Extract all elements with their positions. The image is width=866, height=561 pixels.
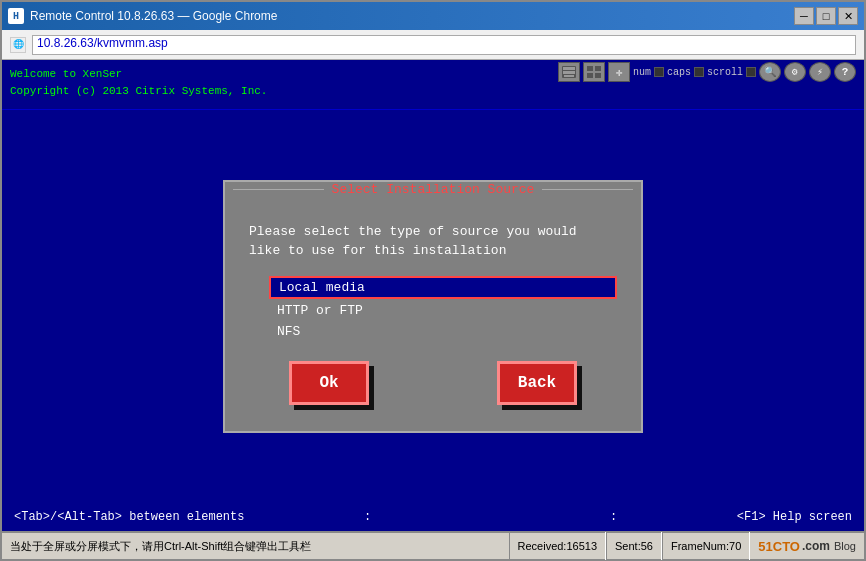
svg-rect-2 (563, 71, 575, 74)
dialog-title-row: Select Installation Source (225, 182, 641, 197)
logo-text: 51CTO (758, 539, 800, 554)
kvm-toolbar-icons: ✛ num caps scroll 🔍 ⚙ ⚡ (558, 62, 856, 82)
window-title: Remote Control 10.8.26.63 — Google Chrom… (30, 9, 788, 23)
sent-label: Sent: (615, 540, 641, 552)
hint-mid: : (244, 510, 490, 524)
title-bar: H Remote Control 10.8.26.63 — Google Chr… (2, 2, 864, 30)
received-value: 16513 (566, 540, 597, 552)
footer-logo: 51CTO .com Blog (750, 532, 864, 560)
welcome-line1: Welcome to XenSer (10, 66, 267, 83)
settings-icon[interactable]: ⚙ (784, 62, 806, 82)
back-button[interactable]: Back (497, 361, 577, 405)
window-controls: ─ □ ✕ (794, 7, 858, 25)
received-label: Received: (518, 540, 567, 552)
installation-options: Local media HTTP or FTP NFS (249, 276, 617, 341)
sep-line-left (233, 189, 324, 190)
option-http-ftp[interactable]: HTTP or FTP (269, 301, 617, 320)
scroll-label: scroll (707, 67, 743, 78)
footer-info-text: 当处于全屏或分屏模式下，请用Ctrl-Alt-Shift组合键弹出工具栏 (2, 539, 509, 554)
address-bar: 🌐 10.8.26.63/kvmvmm.asp (2, 30, 864, 60)
option-local-media[interactable]: Local media (269, 276, 617, 299)
dialog-desc-line1: Please select the type of source you wou… (249, 224, 577, 239)
scroll-led (746, 67, 756, 77)
frame-label: FrameNum: (671, 540, 729, 552)
caps-label: caps (667, 67, 691, 78)
num-label: num (633, 67, 651, 78)
hint-mid2: : (491, 510, 737, 524)
installation-dialog: Select Installation Source Please select… (223, 180, 643, 432)
logo-blog: Blog (834, 540, 856, 552)
close-button[interactable]: ✕ (838, 7, 858, 25)
dialog-desc-line2: like to use for this installation (249, 243, 506, 258)
received-cell: Received: 16513 (509, 532, 607, 560)
num-led (654, 67, 664, 77)
caps-led (694, 67, 704, 77)
kvm-area: Welcome to XenSer Copyright (c) 2013 Cit… (2, 60, 864, 531)
window-frame: H Remote Control 10.8.26.63 — Google Chr… (0, 0, 866, 561)
welcome-line2: Copyright (c) 2013 Citrix Systems, Inc. (10, 83, 267, 100)
kvm-top-bar: Welcome to XenSer Copyright (c) 2013 Cit… (2, 60, 864, 110)
address-input[interactable]: 10.8.26.63/kvmvmm.asp (32, 35, 856, 55)
svg-rect-4 (587, 66, 593, 71)
move-icon[interactable]: ✛ (608, 62, 630, 82)
svg-rect-7 (595, 73, 601, 78)
grid-icon[interactable] (583, 62, 605, 82)
logo-dot: .com (802, 539, 830, 553)
sent-cell: Sent: 56 (606, 532, 662, 560)
svg-rect-3 (564, 75, 574, 77)
footer-stats: Received: 16513 Sent: 56 FrameNum: 70 51… (509, 532, 864, 560)
help-icon[interactable]: ? (834, 62, 856, 82)
dialog-description: Please select the type of source you wou… (249, 223, 617, 259)
footer-bar: 当处于全屏或分屏模式下，请用Ctrl-Alt-Shift组合键弹出工具栏 Rec… (2, 531, 864, 559)
zoom-icon[interactable]: 🔍 (759, 62, 781, 82)
welcome-text: Welcome to XenSer Copyright (c) 2013 Cit… (10, 66, 267, 99)
main-screen: Select Installation Source Please select… (2, 110, 864, 503)
option-nfs[interactable]: NFS (269, 322, 617, 341)
minimize-button[interactable]: ─ (794, 7, 814, 25)
svg-rect-5 (595, 66, 601, 71)
ok-button[interactable]: Ok (289, 361, 369, 405)
keyboard-icon[interactable] (558, 62, 580, 82)
page-icon: 🌐 (10, 37, 26, 53)
sep-line-right (542, 189, 633, 190)
frame-cell: FrameNum: 70 (662, 532, 750, 560)
frame-value: 70 (729, 540, 741, 552)
hint-left: <Tab>/<Alt-Tab> between elements (14, 510, 244, 524)
dialog-title-text: Select Installation Source (324, 182, 543, 197)
svg-rect-1 (563, 67, 575, 70)
restore-button[interactable]: □ (816, 7, 836, 25)
dialog-buttons: Ok Back (249, 361, 617, 405)
back-button-wrap: Back (497, 361, 577, 405)
dialog-body: Please select the type of source you wou… (225, 207, 641, 430)
app-icon: H (8, 8, 24, 24)
svg-rect-6 (587, 73, 593, 78)
ok-button-wrap: Ok (289, 361, 369, 405)
bottom-hint-bar: <Tab>/<Alt-Tab> between elements : : <F1… (2, 503, 864, 531)
power-icon[interactable]: ⚡ (809, 62, 831, 82)
hint-right: <F1> Help screen (737, 510, 852, 524)
sent-value: 56 (641, 540, 653, 552)
